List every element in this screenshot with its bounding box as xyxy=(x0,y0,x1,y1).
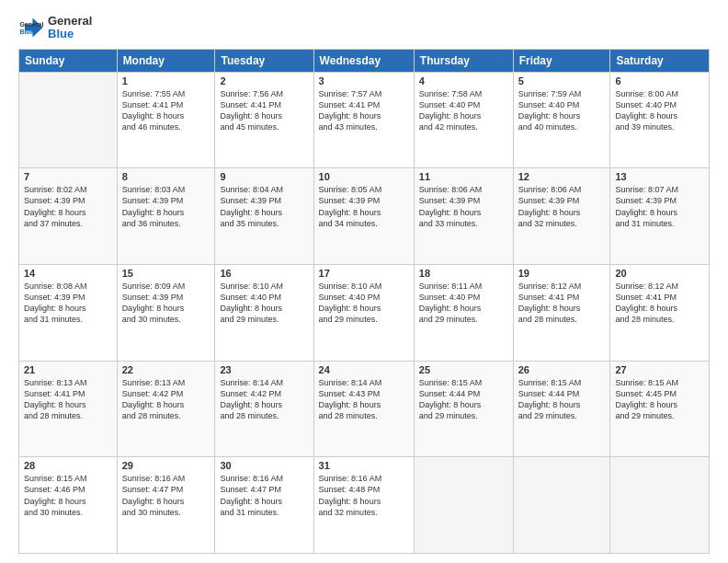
cell-info: Sunrise: 8:16 AM Sunset: 4:47 PM Dayligh… xyxy=(122,473,210,518)
week-row-4: 21Sunrise: 8:13 AM Sunset: 4:41 PM Dayli… xyxy=(19,361,710,457)
day-number: 9 xyxy=(220,171,308,182)
cell-info: Sunrise: 8:07 AM Sunset: 4:39 PM Dayligh… xyxy=(615,184,704,229)
cell-info: Sunrise: 8:16 AM Sunset: 4:48 PM Dayligh… xyxy=(319,473,409,518)
cell-info: Sunrise: 8:09 AM Sunset: 4:39 PM Dayligh… xyxy=(122,281,210,326)
day-number: 7 xyxy=(24,171,112,182)
cell-info: Sunrise: 7:57 AM Sunset: 4:41 PM Dayligh… xyxy=(319,88,409,133)
day-number: 4 xyxy=(419,75,508,86)
day-number: 12 xyxy=(518,171,606,182)
calendar-cell: 16Sunrise: 8:10 AM Sunset: 4:40 PM Dayli… xyxy=(215,264,313,361)
cell-info: Sunrise: 8:15 AM Sunset: 4:44 PM Dayligh… xyxy=(419,377,508,422)
calendar-cell: 30Sunrise: 8:16 AM Sunset: 4:47 PM Dayli… xyxy=(215,457,313,554)
svg-text:General: General xyxy=(19,21,43,28)
day-number: 2 xyxy=(220,75,308,86)
calendar-cell: 15Sunrise: 8:09 AM Sunset: 4:39 PM Dayli… xyxy=(117,264,215,361)
day-header-sunday: Sunday xyxy=(19,49,118,72)
week-row-3: 14Sunrise: 8:08 AM Sunset: 4:39 PM Dayli… xyxy=(19,264,710,361)
cell-info: Sunrise: 8:08 AM Sunset: 4:39 PM Dayligh… xyxy=(24,281,112,326)
day-number: 8 xyxy=(122,171,210,182)
calendar-cell: 5Sunrise: 7:59 AM Sunset: 4:40 PM Daylig… xyxy=(513,72,610,168)
day-number: 23 xyxy=(220,364,308,375)
week-row-1: 1Sunrise: 7:55 AM Sunset: 4:41 PM Daylig… xyxy=(19,72,710,168)
cell-info: Sunrise: 7:58 AM Sunset: 4:40 PM Dayligh… xyxy=(419,88,508,133)
day-number: 30 xyxy=(220,460,308,471)
cell-info: Sunrise: 8:10 AM Sunset: 4:40 PM Dayligh… xyxy=(220,281,308,326)
day-number: 26 xyxy=(518,364,606,375)
week-row-2: 7Sunrise: 8:02 AM Sunset: 4:39 PM Daylig… xyxy=(19,168,710,265)
cell-info: Sunrise: 8:02 AM Sunset: 4:39 PM Dayligh… xyxy=(24,184,112,229)
day-number: 11 xyxy=(419,171,508,182)
calendar-cell: 24Sunrise: 8:14 AM Sunset: 4:43 PM Dayli… xyxy=(313,361,414,457)
cell-info: Sunrise: 8:11 AM Sunset: 4:40 PM Dayligh… xyxy=(419,281,508,326)
header-row: SundayMondayTuesdayWednesdayThursdayFrid… xyxy=(19,49,710,72)
calendar-cell: 23Sunrise: 8:14 AM Sunset: 4:42 PM Dayli… xyxy=(215,361,313,457)
day-number: 16 xyxy=(220,268,308,279)
day-header-tuesday: Tuesday xyxy=(215,49,313,72)
day-number: 20 xyxy=(615,268,704,279)
calendar-cell: 6Sunrise: 8:00 AM Sunset: 4:40 PM Daylig… xyxy=(610,72,710,168)
calendar-cell: 22Sunrise: 8:13 AM Sunset: 4:42 PM Dayli… xyxy=(117,361,215,457)
cell-info: Sunrise: 8:03 AM Sunset: 4:39 PM Dayligh… xyxy=(122,184,210,229)
cell-info: Sunrise: 8:04 AM Sunset: 4:39 PM Dayligh… xyxy=(220,184,308,229)
day-number: 5 xyxy=(518,75,606,86)
day-number: 14 xyxy=(24,268,112,279)
cell-info: Sunrise: 8:06 AM Sunset: 4:39 PM Dayligh… xyxy=(419,184,508,229)
calendar-cell: 8Sunrise: 8:03 AM Sunset: 4:39 PM Daylig… xyxy=(117,168,215,265)
cell-info: Sunrise: 8:05 AM Sunset: 4:39 PM Dayligh… xyxy=(319,184,409,229)
calendar-cell xyxy=(414,457,513,554)
calendar-cell: 4Sunrise: 7:58 AM Sunset: 4:40 PM Daylig… xyxy=(414,72,513,168)
day-header-friday: Friday xyxy=(513,49,610,72)
cell-info: Sunrise: 8:15 AM Sunset: 4:44 PM Dayligh… xyxy=(518,377,606,422)
day-number: 21 xyxy=(24,364,112,375)
day-number: 22 xyxy=(122,364,210,375)
day-header-monday: Monday xyxy=(117,49,215,72)
day-number: 17 xyxy=(319,268,409,279)
cell-info: Sunrise: 8:10 AM Sunset: 4:40 PM Dayligh… xyxy=(319,281,409,326)
cell-info: Sunrise: 8:00 AM Sunset: 4:40 PM Dayligh… xyxy=(615,88,704,133)
cell-info: Sunrise: 8:12 AM Sunset: 4:41 PM Dayligh… xyxy=(518,281,606,326)
cell-info: Sunrise: 8:15 AM Sunset: 4:45 PM Dayligh… xyxy=(615,377,704,422)
day-number: 28 xyxy=(24,460,112,471)
cell-info: Sunrise: 7:55 AM Sunset: 4:41 PM Dayligh… xyxy=(122,88,210,133)
day-number: 25 xyxy=(419,364,508,375)
calendar-cell: 13Sunrise: 8:07 AM Sunset: 4:39 PM Dayli… xyxy=(610,168,710,265)
svg-text:Blue: Blue xyxy=(19,29,33,35)
cell-info: Sunrise: 8:16 AM Sunset: 4:47 PM Dayligh… xyxy=(220,473,308,518)
cell-info: Sunrise: 7:56 AM Sunset: 4:41 PM Dayligh… xyxy=(220,88,308,133)
day-number: 13 xyxy=(615,171,704,182)
logo: General Blue General Blue xyxy=(18,15,92,41)
calendar-cell xyxy=(610,457,710,554)
calendar-cell: 27Sunrise: 8:15 AM Sunset: 4:45 PM Dayli… xyxy=(610,361,710,457)
page: General Blue General Blue SundayMondayTu… xyxy=(0,0,728,563)
calendar-cell: 10Sunrise: 8:05 AM Sunset: 4:39 PM Dayli… xyxy=(313,168,414,265)
cell-info: Sunrise: 8:14 AM Sunset: 4:43 PM Dayligh… xyxy=(319,377,409,422)
day-header-wednesday: Wednesday xyxy=(313,49,414,72)
calendar-cell xyxy=(19,72,118,168)
calendar-cell: 19Sunrise: 8:12 AM Sunset: 4:41 PM Dayli… xyxy=(513,264,610,361)
day-header-saturday: Saturday xyxy=(610,49,710,72)
cell-info: Sunrise: 8:15 AM Sunset: 4:46 PM Dayligh… xyxy=(24,473,112,518)
day-number: 10 xyxy=(319,171,409,182)
cell-info: Sunrise: 7:59 AM Sunset: 4:40 PM Dayligh… xyxy=(518,88,606,133)
calendar-cell: 25Sunrise: 8:15 AM Sunset: 4:44 PM Dayli… xyxy=(414,361,513,457)
calendar-cell: 20Sunrise: 8:12 AM Sunset: 4:41 PM Dayli… xyxy=(610,264,710,361)
calendar-cell: 14Sunrise: 8:08 AM Sunset: 4:39 PM Dayli… xyxy=(19,264,118,361)
calendar-cell: 9Sunrise: 8:04 AM Sunset: 4:39 PM Daylig… xyxy=(215,168,313,265)
calendar-cell: 3Sunrise: 7:57 AM Sunset: 4:41 PM Daylig… xyxy=(313,72,414,168)
calendar-cell xyxy=(513,457,610,554)
cell-info: Sunrise: 8:06 AM Sunset: 4:39 PM Dayligh… xyxy=(518,184,606,229)
calendar-cell: 1Sunrise: 7:55 AM Sunset: 4:41 PM Daylig… xyxy=(117,72,215,168)
calendar-cell: 7Sunrise: 8:02 AM Sunset: 4:39 PM Daylig… xyxy=(19,168,118,265)
week-row-5: 28Sunrise: 8:15 AM Sunset: 4:46 PM Dayli… xyxy=(19,457,710,554)
day-number: 15 xyxy=(122,268,210,279)
cell-info: Sunrise: 8:12 AM Sunset: 4:41 PM Dayligh… xyxy=(615,281,704,326)
header: General Blue General Blue xyxy=(18,15,710,41)
calendar-cell: 28Sunrise: 8:15 AM Sunset: 4:46 PM Dayli… xyxy=(19,457,118,554)
calendar-cell: 12Sunrise: 8:06 AM Sunset: 4:39 PM Dayli… xyxy=(513,168,610,265)
day-number: 1 xyxy=(122,75,210,86)
calendar-cell: 18Sunrise: 8:11 AM Sunset: 4:40 PM Dayli… xyxy=(414,264,513,361)
day-number: 31 xyxy=(319,460,409,471)
cell-info: Sunrise: 8:14 AM Sunset: 4:42 PM Dayligh… xyxy=(220,377,308,422)
logo-blue: Blue xyxy=(48,28,92,40)
cell-info: Sunrise: 8:13 AM Sunset: 4:41 PM Dayligh… xyxy=(24,377,112,422)
